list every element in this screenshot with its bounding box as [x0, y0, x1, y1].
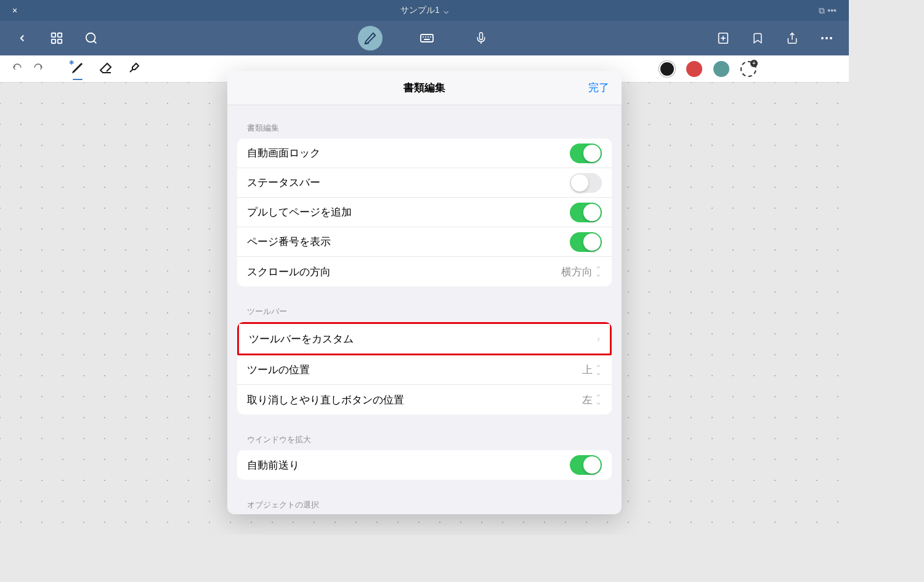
row-auto-advance: 自動前送り — [237, 450, 612, 480]
toggle-pull-to-add[interactable] — [570, 203, 602, 222]
redo-button[interactable] — [31, 62, 46, 76]
section-doc-edit-label: 書類編集 — [237, 118, 612, 139]
color-red[interactable] — [686, 61, 702, 77]
bookmark-icon[interactable] — [748, 28, 768, 48]
row-pull-to-add: プルしてページを追加 — [237, 198, 612, 227]
close-icon[interactable]: × — [12, 6, 17, 15]
svg-rect-6 — [421, 34, 433, 42]
modal-title: 書類編集 — [403, 81, 445, 95]
row-value-text: 上 — [582, 363, 593, 377]
row-label: 自動前送り — [247, 458, 299, 472]
color-teal[interactable] — [713, 61, 729, 77]
row-undo-redo-position[interactable]: 取り消しとやり直しボタンの位置 左 ⌃⌄ — [237, 385, 612, 414]
window-split-icon[interactable]: ⧉ ••• — [819, 6, 837, 16]
main-header — [0, 21, 849, 55]
svg-rect-0 — [52, 33, 55, 37]
row-label: ツールバーをカスタム — [249, 332, 354, 346]
svg-rect-3 — [58, 39, 62, 43]
row-value-text: 左 — [582, 393, 593, 407]
mic-icon[interactable] — [471, 28, 491, 48]
section-object-select-label: オブジェクトの選択 — [237, 495, 612, 514]
section-toolbar-label: ツールバー — [237, 301, 612, 322]
doc-title-text: サンプル1 — [400, 5, 440, 16]
highlighter-tool-icon[interactable] — [127, 60, 142, 78]
row-scroll-direction[interactable]: スクロールの方向 横方向 ⌃⌄ — [237, 257, 612, 286]
row-status-bar: ステータスバー — [237, 168, 612, 198]
updown-icon: ⌃⌄ — [595, 366, 602, 374]
color-black[interactable] — [659, 61, 675, 77]
row-tool-position[interactable]: ツールの位置 上 ⌃⌄ — [237, 355, 612, 385]
add-page-icon[interactable] — [713, 28, 733, 48]
row-show-page-num: ページ番号を表示 — [237, 227, 612, 257]
row-value-text: 横方向 — [561, 265, 593, 279]
add-color-button[interactable]: + — [740, 61, 756, 77]
row-auto-screen-lock: 自動画面ロック — [237, 139, 612, 168]
row-label: スクロールの方向 — [247, 265, 331, 279]
row-label: ツールの位置 — [247, 363, 310, 377]
row-label: 自動画面ロック — [247, 146, 320, 160]
highlighted-customize-toolbar: ツールバーをカスタム › — [237, 322, 612, 355]
eraser-tool-icon[interactable] — [99, 60, 113, 78]
title-bar: × サンプル1 ⌵ ⧉ ••• — [0, 0, 849, 21]
toolbar-group: ツールバーをカスタム › ツールの位置 上 ⌃⌄ 取り消しとやり直しボタンの位置… — [237, 322, 612, 414]
row-label: プルしてページを追加 — [247, 205, 352, 219]
window-zoom-group: 自動前送り — [237, 450, 612, 480]
grid-icon[interactable] — [47, 28, 67, 48]
toggle-show-page-num[interactable] — [570, 232, 602, 252]
doc-edit-group: 自動画面ロック ステータスバー プルしてページを追加 ページ番号を表示 スクロー… — [237, 139, 612, 286]
done-button[interactable]: 完了 — [588, 81, 609, 95]
draw-mode-button[interactable] — [358, 26, 383, 51]
back-button[interactable] — [12, 28, 32, 48]
chevron-right-icon: › — [597, 334, 600, 344]
share-icon[interactable] — [782, 28, 802, 48]
svg-point-4 — [86, 33, 95, 42]
more-icon[interactable] — [817, 28, 837, 48]
toggle-auto-advance[interactable] — [570, 455, 602, 475]
row-label: ステータスバー — [247, 176, 320, 190]
row-label: ページ番号を表示 — [247, 235, 331, 249]
settings-modal: 書類編集 完了 書類編集 自動画面ロック ステータスバー プルしてページを追加 … — [227, 71, 622, 514]
section-window-zoom-label: ウインドウを拡大 — [237, 429, 612, 450]
updown-icon: ⌃⌄ — [595, 267, 602, 276]
chevron-down-icon: ⌵ — [444, 6, 448, 15]
row-customize-toolbar[interactable]: ツールバーをカスタム › — [239, 324, 610, 354]
svg-line-5 — [94, 41, 96, 43]
row-label: 取り消しとやり直しボタンの位置 — [247, 393, 404, 407]
modal-header: 書類編集 完了 — [227, 71, 622, 105]
undo-button[interactable] — [10, 62, 25, 76]
search-icon[interactable] — [81, 28, 101, 48]
svg-rect-1 — [58, 33, 62, 37]
toggle-status-bar[interactable] — [570, 173, 602, 193]
updown-icon: ⌃⌄ — [595, 395, 602, 404]
keyboard-icon[interactable] — [417, 28, 437, 48]
toggle-auto-screen-lock[interactable] — [570, 143, 602, 163]
pen-tool-icon[interactable]: ✱ — [70, 60, 85, 78]
doc-title-dropdown[interactable]: サンプル1 ⌵ — [400, 5, 448, 16]
svg-rect-2 — [52, 39, 55, 43]
